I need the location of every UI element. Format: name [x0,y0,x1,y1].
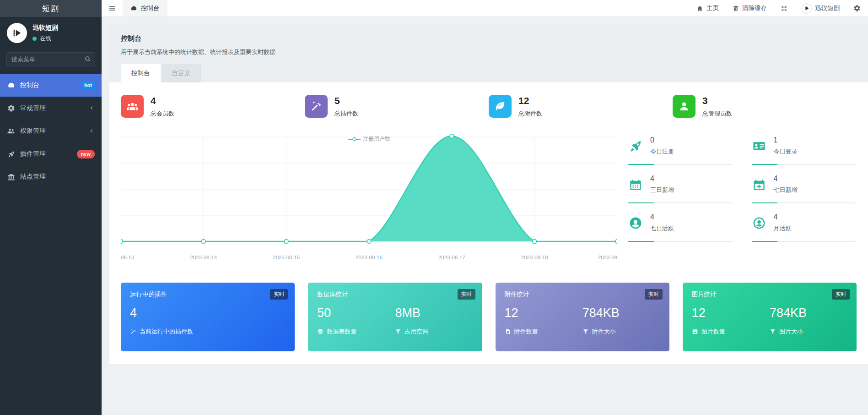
card-title: 图片统计 [692,290,847,299]
sidebar-item-dashboard[interactable]: 控制台 hot [0,74,102,97]
mini-stat-3day-new: 4 三日新增 [628,171,733,203]
stat-label: 总插件数 [334,109,358,118]
user-circle-outline-icon [752,216,766,230]
card-image-stats: 图片统计 实时 12 图片数量 784KB 图片大小 [683,283,857,351]
x-axis-label: 2023-08-14 [190,255,217,260]
chart-legend[interactable]: 注册用户数 [348,135,390,143]
realtime-badge: 实时 [832,289,850,300]
app-window: 短剧 迅软短剧 在线 控制台 [0,0,868,415]
calendar-plus-icon [752,178,766,191]
legend-label: 注册用户数 [363,135,390,143]
rocket-icon [628,139,643,153]
topbar-tab-dashboard[interactable]: 控制台 [123,0,167,16]
rocket-icon [7,150,15,158]
legend-marker-icon [348,137,361,142]
card-label: 占用空间 [404,328,428,336]
hot-badge: hot [81,81,95,90]
user-status-label: 在线 [40,35,51,43]
card-value: 4 [130,306,286,320]
chevron-left-icon [89,104,95,112]
card-running-addons: 运行中的插件 实时 4 当前运行中的插件数 [121,283,295,351]
filter-icon [582,328,589,335]
search-icon[interactable] [85,56,91,64]
mini-stat-today-login: 1 今日登录 [752,132,856,165]
tab-dashboard[interactable]: 控制台 [121,64,161,82]
card-attachment-stats: 附件统计 实时 12 附件数量 784KB 附件大小 [496,283,669,351]
search-input[interactable] [6,52,95,66]
realtime-badge: 实时 [458,289,475,300]
settings-gear-icon[interactable] [853,5,861,12]
card-value: 50 [317,306,395,320]
mini-stat-label: 今日注册 [650,147,674,156]
avatar[interactable] [7,23,27,43]
card-label: 附件大小 [592,328,616,336]
magic-wand-icon [305,95,328,118]
sidebar-item-label: 站点管理 [20,173,46,181]
clear-cache-button[interactable]: 清除缓存 [733,4,767,12]
card-value: 12 [505,306,582,320]
sidebar-item-addon[interactable]: 插件管理 new [0,142,102,165]
mini-stat-label: 七日新增 [774,186,798,194]
sidebar-item-label: 控制台 [20,81,39,89]
registered-users-chart: 08-132023-08-142023-08-152023-08-162023-… [121,132,617,266]
home-icon [696,5,703,12]
stat-total-members: 4 总会员数 [121,95,305,118]
mini-stat-value: 0 [650,136,674,144]
menu-toggle-icon[interactable] [102,0,123,16]
brand-title[interactable]: 短剧 [0,0,102,17]
page-subtitle: 用于展示当前系统中的统计数据、统计报表及重要实时数据 [121,48,857,56]
leaf-icon [489,95,512,118]
user-name: 迅软短剧 [32,24,58,32]
sidebar-item-site[interactable]: 站点管理 [0,165,102,188]
sidebar-item-auth[interactable]: 权限管理 [0,120,102,142]
stat-value: 5 [334,95,358,106]
users-group-icon [121,95,144,118]
content-area: 控制台 用于展示当前系统中的统计数据、统计报表及重要实时数据 控制台 自定义 [102,17,868,415]
id-card-icon [752,139,766,153]
x-axis-label: 2023-08-16 [356,255,383,260]
stat-label: 总会员数 [151,109,174,118]
mini-stat-today-registered: 0 今日注册 [628,132,733,165]
filter-icon [770,328,776,335]
bank-icon [7,173,15,181]
card-title: 附件统计 [505,290,660,299]
online-dot-icon [32,37,37,41]
topbar-right: 主页 清除缓存 迅软短剧 [696,0,868,16]
mini-stat-value: 1 [774,136,798,144]
topbar-username: 迅软短剧 [815,4,840,12]
home-link[interactable]: 主页 [696,4,719,12]
mini-stat-label: 今日登录 [774,147,798,156]
gears-icon [7,104,15,112]
avatar [801,3,812,14]
x-axis-label: 2023-08 [598,255,617,260]
card-value: 12 [692,306,770,320]
panel-tabs: 控制台 自定义 [121,64,857,82]
filter-icon [395,328,401,335]
sidebar-item-general[interactable]: 常规管理 [0,97,102,120]
magic-wand-icon [130,328,136,335]
realtime-badge: 实时 [645,289,663,300]
realtime-badge: 实时 [270,289,288,300]
play-logo-icon [804,5,809,11]
user-menu[interactable]: 迅软短剧 [801,3,840,14]
stat-value: 4 [151,95,174,106]
stat-value: 3 [702,95,732,106]
tab-custom[interactable]: 自定义 [162,64,201,82]
users-icon [7,127,15,135]
card-label: 当前运行中的插件数 [140,328,193,336]
stat-total-attachments: 12 总附件数 [489,95,673,118]
fullscreen-icon[interactable] [781,5,787,12]
calendar-icon [628,178,643,191]
card-label: 图片大小 [779,328,803,336]
mini-stat-label: 月活跃 [774,224,792,233]
trash-icon [733,5,739,11]
x-axis-label: 08-13 [121,255,134,260]
mini-stat-7day-new: 4 七日新增 [752,171,856,203]
home-label: 主页 [706,4,719,12]
play-logo-icon [12,28,22,38]
database-icon [317,328,323,335]
mini-stat-label: 七日活跃 [650,224,674,233]
card-value: 784KB [770,306,847,320]
dashboard-icon [7,82,15,89]
x-axis: 08-132023-08-142023-08-152023-08-162023-… [121,252,617,263]
